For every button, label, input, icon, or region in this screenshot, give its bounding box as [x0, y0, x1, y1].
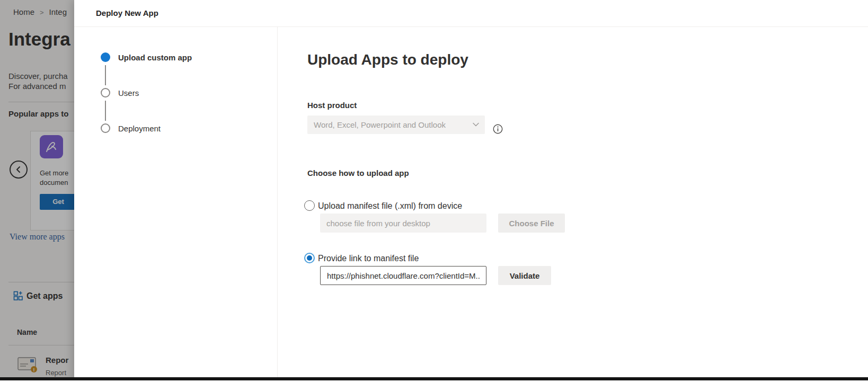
step-label-users[interactable]: Users — [118, 88, 139, 97]
dialog-title: Deploy New App — [96, 8, 158, 17]
radio-upload-manifest-file[interactable] — [304, 200, 315, 211]
validate-button[interactable]: Validate — [498, 266, 551, 285]
choose-file-button[interactable]: Choose File — [498, 214, 565, 233]
host-product-value: Word, Excel, Powerpoint and Outlook — [314, 120, 446, 129]
host-product-info-button[interactable] — [493, 124, 503, 134]
form-heading: Upload Apps to deploy — [307, 51, 468, 68]
info-icon — [493, 124, 503, 134]
step-connector — [105, 101, 106, 121]
step-indicator-deployment — [101, 123, 110, 133]
step-indicator-upload-custom-app — [101, 52, 110, 62]
radio-selected-dot — [307, 255, 312, 261]
divider — [74, 26, 868, 27]
chevron-down-icon — [472, 121, 480, 128]
host-product-dropdown[interactable]: Word, Excel, Powerpoint and Outlook — [307, 116, 485, 134]
modal-dim-overlay — [0, 0, 74, 382]
manifest-link-input[interactable] — [320, 266, 486, 285]
divider — [277, 27, 278, 382]
choose-upload-label: Choose how to upload app — [307, 168, 409, 177]
step-label-deployment[interactable]: Deployment — [118, 124, 161, 133]
step-indicator-users — [101, 88, 110, 97]
radio-upload-manifest-file-label[interactable]: Upload manifest file (.xml) from device — [318, 201, 462, 211]
step-label-upload-custom-app[interactable]: Upload custom app — [118, 53, 192, 62]
deploy-new-app-dialog: Deploy New App Upload custom app Users D… — [74, 0, 868, 382]
host-product-label: Host product — [307, 101, 357, 110]
radio-provide-link-label[interactable]: Provide link to manifest file — [318, 254, 419, 263]
step-connector — [105, 65, 106, 85]
manifest-file-input[interactable] — [320, 214, 486, 233]
radio-provide-link[interactable] — [304, 253, 315, 263]
